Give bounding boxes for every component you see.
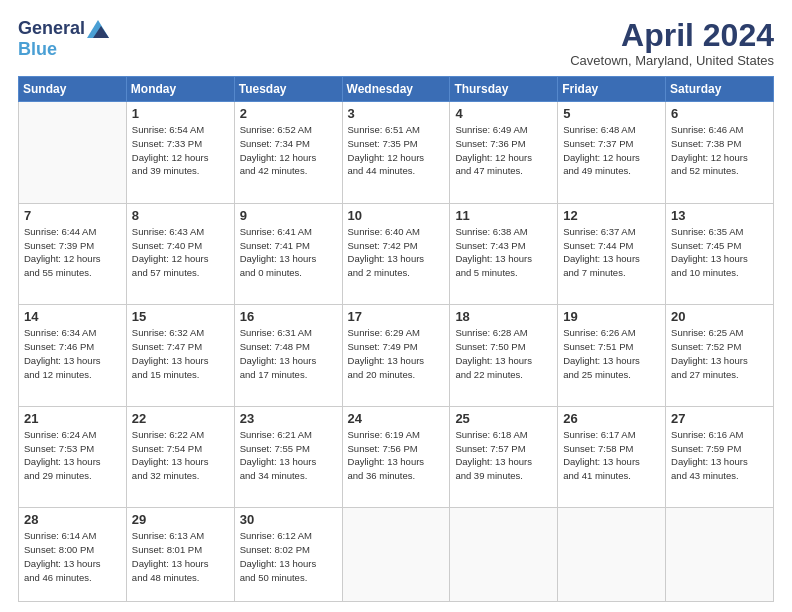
day-detail: Sunrise: 6:31 AMSunset: 7:48 PMDaylight:… [240,326,337,381]
day-number: 3 [348,106,445,121]
table-row: 10 Sunrise: 6:40 AMSunset: 7:42 PMDaylig… [342,203,450,305]
day-number: 11 [455,208,552,223]
day-detail: Sunrise: 6:29 AMSunset: 7:49 PMDaylight:… [348,326,445,381]
logo-general: General [18,18,85,39]
table-row: 30 Sunrise: 6:12 AMSunset: 8:02 PMDaylig… [234,508,342,602]
table-row: 19 Sunrise: 6:26 AMSunset: 7:51 PMDaylig… [558,305,666,407]
table-row: 26 Sunrise: 6:17 AMSunset: 7:58 PMDaylig… [558,406,666,508]
day-number: 22 [132,411,229,426]
day-detail: Sunrise: 6:17 AMSunset: 7:58 PMDaylight:… [563,428,660,483]
header-wednesday: Wednesday [342,77,450,102]
table-row: 22 Sunrise: 6:22 AMSunset: 7:54 PMDaylig… [126,406,234,508]
header-tuesday: Tuesday [234,77,342,102]
day-number: 9 [240,208,337,223]
day-number: 25 [455,411,552,426]
header-friday: Friday [558,77,666,102]
day-detail: Sunrise: 6:26 AMSunset: 7:51 PMDaylight:… [563,326,660,381]
table-row [666,508,774,602]
table-row: 5 Sunrise: 6:48 AMSunset: 7:37 PMDayligh… [558,102,666,204]
day-detail: Sunrise: 6:49 AMSunset: 7:36 PMDaylight:… [455,123,552,178]
day-detail: Sunrise: 6:13 AMSunset: 8:01 PMDaylight:… [132,529,229,584]
day-number: 20 [671,309,768,324]
day-number: 2 [240,106,337,121]
table-row: 14 Sunrise: 6:34 AMSunset: 7:46 PMDaylig… [19,305,127,407]
table-row: 7 Sunrise: 6:44 AMSunset: 7:39 PMDayligh… [19,203,127,305]
logo-icon [87,20,109,38]
day-detail: Sunrise: 6:14 AMSunset: 8:00 PMDaylight:… [24,529,121,584]
day-detail: Sunrise: 6:25 AMSunset: 7:52 PMDaylight:… [671,326,768,381]
subtitle: Cavetown, Maryland, United States [570,53,774,68]
header-sunday: Sunday [19,77,127,102]
table-row [19,102,127,204]
page: General Blue April 2024 Cavetown, Maryla… [0,0,792,612]
table-row: 9 Sunrise: 6:41 AMSunset: 7:41 PMDayligh… [234,203,342,305]
header-saturday: Saturday [666,77,774,102]
day-detail: Sunrise: 6:44 AMSunset: 7:39 PMDaylight:… [24,225,121,280]
table-row: 2 Sunrise: 6:52 AMSunset: 7:34 PMDayligh… [234,102,342,204]
logo: General Blue [18,18,109,60]
title-block: April 2024 Cavetown, Maryland, United St… [570,18,774,68]
day-detail: Sunrise: 6:24 AMSunset: 7:53 PMDaylight:… [24,428,121,483]
day-number: 17 [348,309,445,324]
day-detail: Sunrise: 6:18 AMSunset: 7:57 PMDaylight:… [455,428,552,483]
day-detail: Sunrise: 6:46 AMSunset: 7:38 PMDaylight:… [671,123,768,178]
day-detail: Sunrise: 6:40 AMSunset: 7:42 PMDaylight:… [348,225,445,280]
day-detail: Sunrise: 6:28 AMSunset: 7:50 PMDaylight:… [455,326,552,381]
day-number: 6 [671,106,768,121]
table-row: 27 Sunrise: 6:16 AMSunset: 7:59 PMDaylig… [666,406,774,508]
day-detail: Sunrise: 6:21 AMSunset: 7:55 PMDaylight:… [240,428,337,483]
day-number: 23 [240,411,337,426]
day-detail: Sunrise: 6:35 AMSunset: 7:45 PMDaylight:… [671,225,768,280]
table-row: 11 Sunrise: 6:38 AMSunset: 7:43 PMDaylig… [450,203,558,305]
table-row: 6 Sunrise: 6:46 AMSunset: 7:38 PMDayligh… [666,102,774,204]
table-row: 20 Sunrise: 6:25 AMSunset: 7:52 PMDaylig… [666,305,774,407]
day-detail: Sunrise: 6:41 AMSunset: 7:41 PMDaylight:… [240,225,337,280]
table-row: 17 Sunrise: 6:29 AMSunset: 7:49 PMDaylig… [342,305,450,407]
day-number: 26 [563,411,660,426]
day-detail: Sunrise: 6:38 AMSunset: 7:43 PMDaylight:… [455,225,552,280]
day-number: 21 [24,411,121,426]
day-detail: Sunrise: 6:48 AMSunset: 7:37 PMDaylight:… [563,123,660,178]
day-detail: Sunrise: 6:34 AMSunset: 7:46 PMDaylight:… [24,326,121,381]
day-number: 27 [671,411,768,426]
table-row: 1 Sunrise: 6:54 AMSunset: 7:33 PMDayligh… [126,102,234,204]
day-number: 30 [240,512,337,527]
day-detail: Sunrise: 6:12 AMSunset: 8:02 PMDaylight:… [240,529,337,584]
table-row: 4 Sunrise: 6:49 AMSunset: 7:36 PMDayligh… [450,102,558,204]
day-detail: Sunrise: 6:52 AMSunset: 7:34 PMDaylight:… [240,123,337,178]
header-monday: Monday [126,77,234,102]
day-number: 13 [671,208,768,223]
month-title: April 2024 [570,18,774,53]
table-row: 24 Sunrise: 6:19 AMSunset: 7:56 PMDaylig… [342,406,450,508]
header-thursday: Thursday [450,77,558,102]
table-row: 16 Sunrise: 6:31 AMSunset: 7:48 PMDaylig… [234,305,342,407]
day-number: 8 [132,208,229,223]
table-row: 21 Sunrise: 6:24 AMSunset: 7:53 PMDaylig… [19,406,127,508]
day-number: 4 [455,106,552,121]
weekday-header-row: Sunday Monday Tuesday Wednesday Thursday… [19,77,774,102]
day-detail: Sunrise: 6:19 AMSunset: 7:56 PMDaylight:… [348,428,445,483]
day-number: 7 [24,208,121,223]
day-number: 24 [348,411,445,426]
calendar-table: Sunday Monday Tuesday Wednesday Thursday… [18,76,774,602]
table-row: 12 Sunrise: 6:37 AMSunset: 7:44 PMDaylig… [558,203,666,305]
day-detail: Sunrise: 6:16 AMSunset: 7:59 PMDaylight:… [671,428,768,483]
table-row: 3 Sunrise: 6:51 AMSunset: 7:35 PMDayligh… [342,102,450,204]
day-number: 18 [455,309,552,324]
day-number: 14 [24,309,121,324]
table-row: 28 Sunrise: 6:14 AMSunset: 8:00 PMDaylig… [19,508,127,602]
day-number: 1 [132,106,229,121]
day-number: 28 [24,512,121,527]
day-detail: Sunrise: 6:43 AMSunset: 7:40 PMDaylight:… [132,225,229,280]
table-row [342,508,450,602]
table-row: 25 Sunrise: 6:18 AMSunset: 7:57 PMDaylig… [450,406,558,508]
table-row: 23 Sunrise: 6:21 AMSunset: 7:55 PMDaylig… [234,406,342,508]
day-number: 29 [132,512,229,527]
table-row: 29 Sunrise: 6:13 AMSunset: 8:01 PMDaylig… [126,508,234,602]
header: General Blue April 2024 Cavetown, Maryla… [18,18,774,68]
day-number: 10 [348,208,445,223]
table-row [558,508,666,602]
day-detail: Sunrise: 6:54 AMSunset: 7:33 PMDaylight:… [132,123,229,178]
logo-blue: Blue [18,39,57,60]
day-detail: Sunrise: 6:22 AMSunset: 7:54 PMDaylight:… [132,428,229,483]
